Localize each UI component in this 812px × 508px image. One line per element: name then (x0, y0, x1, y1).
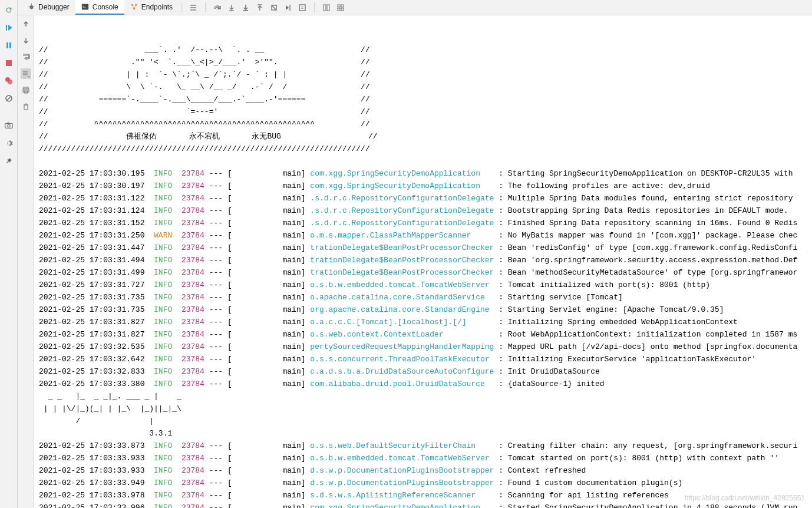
svg-line-7 (6, 96, 11, 101)
layout-icon[interactable] (322, 3, 331, 12)
log-line: 2021-02-25 17:03:33.996 INFO 23784 --- [… (39, 502, 812, 508)
svg-point-5 (8, 80, 12, 84)
toolbar-icons-right (317, 0, 350, 15)
body-row: // ___`. .' /--.--\ `. . __ //// ."" '< … (18, 15, 812, 508)
scroll-down-icon[interactable] (21, 35, 31, 46)
svg-rect-3 (6, 60, 12, 66)
svg-rect-34 (324, 5, 326, 11)
svg-rect-2 (9, 42, 11, 48)
resume-icon[interactable] (4, 22, 14, 33)
print-icon[interactable] (21, 85, 31, 95)
ascii-banner-line: _ _ |_ _ _|_. ___ _ | _ (39, 390, 812, 403)
ascii-banner-line: | | |\/|_)(_| | |_\ |_)||_|_\ (39, 403, 812, 415)
ascii-banner-line: // \ \ `-. \_ __\ /__ _/ .-` / / // (39, 81, 812, 93)
log-line: 2021-02-25 17:03:30.195 INFO 23784 --- [… (39, 167, 812, 180)
svg-point-9 (7, 124, 9, 127)
svg-rect-15 (82, 4, 88, 10)
clear-icon[interactable] (21, 101, 31, 112)
svg-point-11 (29, 5, 33, 9)
stop-icon[interactable] (4, 58, 14, 68)
log-line: 2021-02-25 17:03:33.933 INFO 23784 --- [… (39, 452, 812, 464)
svg-text:≡: ≡ (301, 5, 304, 11)
list-icon[interactable] (189, 3, 198, 12)
svg-rect-35 (327, 5, 329, 11)
svg-rect-48 (24, 105, 28, 110)
ascii-banner-line: // ___`. .' /--.--\ `. . __ // (39, 44, 812, 56)
tab-console[interactable]: Console (75, 0, 124, 15)
svg-rect-38 (338, 8, 340, 11)
terminal-icon (81, 3, 90, 11)
drop-frame-icon[interactable] (269, 3, 279, 12)
tab-label: Console (93, 3, 118, 11)
breakpoints-icon[interactable] (4, 75, 14, 86)
log-line: 2021-02-25 17:03:31.499 INFO 23784 --- [… (39, 266, 812, 279)
tab-label: Endpoints (141, 3, 173, 11)
svg-rect-37 (341, 5, 344, 7)
ascii-banner-line: // ^^^^^^^^^^^^^^^^^^^^^^^^^^^^^^^^^^^^^… (39, 118, 812, 130)
app-root: Debugger Console Endpoints (0, 0, 812, 508)
scroll-up-icon[interactable] (21, 19, 31, 29)
settings-icon[interactable] (4, 138, 14, 149)
toolbar-icons-left (184, 0, 203, 15)
left-gutter (0, 0, 18, 508)
svg-line-30 (272, 5, 276, 10)
tab-debugger[interactable]: Debugger (21, 0, 75, 15)
ascii-banner-line: ////////////////////////////////////////… (39, 143, 812, 155)
mute-breakpoints-icon[interactable] (4, 93, 14, 104)
ascii-banner-line: // | | : `- \`.;`\ _ /`;.`/ - ` : | | // (39, 68, 812, 81)
main-column: Debugger Console Endpoints (18, 0, 812, 508)
tabbar: Debugger Console Endpoints (18, 0, 812, 15)
log-line: 2021-02-25 17:03:31.827 INFO 23784 --- [… (39, 316, 812, 328)
log-line: 2021-02-25 17:03:31.250 WARN 23784 --- [… (39, 229, 812, 242)
log-line: 2021-02-25 17:03:30.197 INFO 23784 --- [… (39, 180, 812, 192)
tab-endpoints[interactable]: Endpoints (124, 0, 179, 15)
pause-icon[interactable] (4, 40, 14, 51)
layout-grid-icon[interactable] (336, 3, 345, 12)
svg-rect-10 (7, 123, 9, 124)
log-line: 2021-02-25 17:03:32.535 INFO 23784 --- [… (39, 341, 812, 353)
step-into-icon[interactable] (227, 3, 236, 12)
ascii-banner-line: // ."" '< `.___\_<|>_/___.' >'"". // (39, 56, 812, 68)
run-to-cursor-icon[interactable] (283, 3, 293, 12)
ascii-banner-line: // 佛祖保佑 永不宕机 永无BUG // (39, 130, 812, 143)
scroll-to-end-icon[interactable] (21, 68, 31, 79)
log-line: 2021-02-25 17:03:31.152 INFO 23784 --- [… (39, 217, 812, 229)
log-line: 2021-02-25 17:03:33.380 INFO 23784 --- [… (39, 378, 812, 390)
log-line: 2021-02-25 17:03:33.978 INFO 23784 --- [… (39, 489, 812, 502)
step-icons: ≡ (208, 0, 312, 15)
log-line: 2021-02-25 17:03:33.933 INFO 23784 --- [… (39, 464, 812, 477)
soft-wrap-icon[interactable] (21, 52, 31, 62)
pin-icon[interactable] (4, 156, 14, 166)
step-over-icon[interactable] (213, 3, 222, 12)
log-line: 2021-02-25 17:03:32.642 INFO 23784 --- [… (39, 353, 812, 365)
log-line: 2021-02-25 17:03:31.727 INFO 23784 --- [… (39, 279, 812, 291)
log-line: 2021-02-25 17:03:33.873 INFO 23784 --- [… (39, 440, 812, 452)
log-line: 2021-02-25 17:03:32.833 INFO 23784 --- [… (39, 365, 812, 378)
log-line: 2021-02-25 17:03:31.447 INFO 23784 --- [… (39, 242, 812, 254)
ascii-banner-line: 3.3.1 (39, 427, 812, 440)
run-toolbar (18, 15, 34, 508)
svg-rect-36 (338, 5, 340, 7)
evaluate-icon[interactable]: ≡ (298, 3, 307, 12)
tab-label: Debugger (38, 3, 70, 11)
step-out-icon[interactable] (255, 3, 265, 12)
log-line: 2021-02-25 17:03:31.124 INFO 23784 --- [… (39, 204, 812, 217)
rerun-icon[interactable] (4, 5, 14, 15)
ascii-banner-line: // `=---=' // (39, 105, 812, 118)
force-step-into-icon[interactable] (241, 3, 250, 12)
log-line: 2021-02-25 17:03:31.735 INFO 23784 --- [… (39, 304, 812, 316)
log-line: 2021-02-25 17:03:33.949 INFO 23784 --- [… (39, 477, 812, 489)
svg-rect-0 (6, 25, 7, 31)
log-line: 2021-02-25 17:03:31.494 INFO 23784 --- [… (39, 254, 812, 266)
svg-rect-39 (341, 8, 344, 11)
log-line: 2021-02-25 17:03:31.735 INFO 23784 --- [… (39, 291, 812, 304)
ascii-banner-line: / | (39, 415, 812, 427)
camera-icon[interactable] (4, 120, 14, 131)
endpoints-icon (130, 3, 138, 11)
console-output[interactable]: // ___`. .' /--.--\ `. . __ //// ."" '< … (34, 15, 812, 508)
ascii-banner-line: // ======`-.____`-.___\_____/___.-`____.… (39, 93, 812, 105)
svg-rect-8 (5, 124, 12, 128)
svg-rect-1 (6, 42, 8, 48)
bug-icon (27, 3, 35, 11)
log-line: 2021-02-25 17:03:31.827 INFO 23784 --- [… (39, 328, 812, 341)
